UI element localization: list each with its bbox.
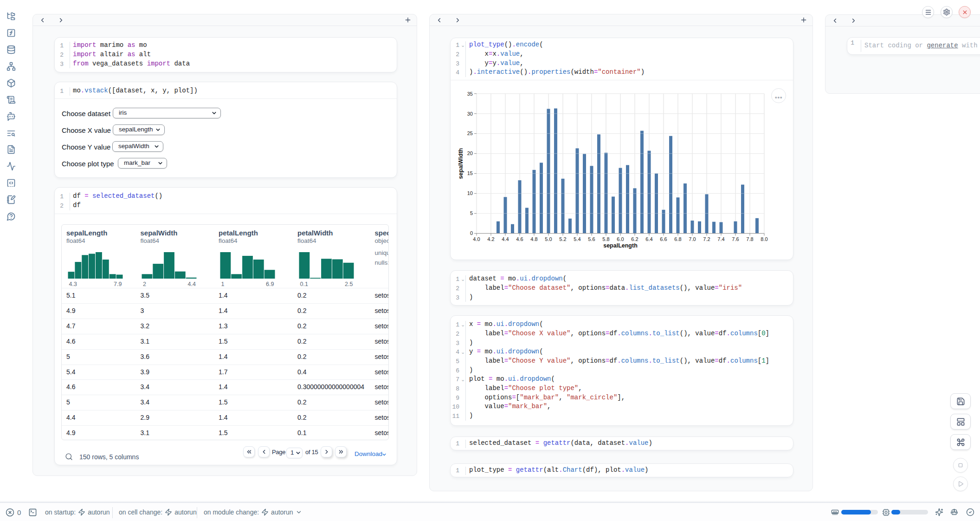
svg-text:4.4: 4.4 [502, 236, 509, 242]
svg-text:6.6: 6.6 [660, 236, 667, 242]
svg-text:5.4: 5.4 [574, 236, 580, 242]
svg-text:4.6: 4.6 [516, 236, 523, 242]
svg-text:5.8: 5.8 [602, 236, 609, 242]
svg-text:4.2: 4.2 [487, 236, 494, 242]
svg-text:8.0: 8.0 [761, 236, 767, 242]
svg-text:6.4: 6.4 [645, 236, 652, 242]
svg-text:4.8: 4.8 [530, 236, 537, 242]
svg-text:7.0: 7.0 [689, 236, 696, 242]
svg-text:7.6: 7.6 [732, 236, 739, 242]
svg-text:7.4: 7.4 [717, 236, 724, 242]
svg-text:5.2: 5.2 [559, 236, 566, 242]
svg-text:sepalWidth: sepalWidth [458, 148, 464, 179]
svg-text:4.0: 4.0 [473, 236, 480, 242]
svg-text:20: 20 [467, 150, 473, 156]
svg-text:5.6: 5.6 [588, 236, 595, 242]
svg-text:5.0: 5.0 [545, 236, 552, 242]
svg-text:10: 10 [467, 190, 473, 196]
svg-text:6.8: 6.8 [674, 236, 681, 242]
svg-text:5: 5 [470, 210, 473, 216]
svg-text:35: 35 [467, 91, 473, 97]
svg-text:6.2: 6.2 [631, 236, 638, 242]
svg-text:sepalLength: sepalLength [603, 242, 638, 249]
svg-text:25: 25 [467, 130, 473, 136]
svg-text:0: 0 [470, 230, 473, 236]
svg-text:15: 15 [467, 170, 473, 176]
svg-text:6.0: 6.0 [617, 236, 624, 242]
svg-text:30: 30 [467, 111, 473, 117]
svg-text:7.2: 7.2 [703, 236, 710, 242]
svg-text:7.8: 7.8 [746, 236, 753, 242]
